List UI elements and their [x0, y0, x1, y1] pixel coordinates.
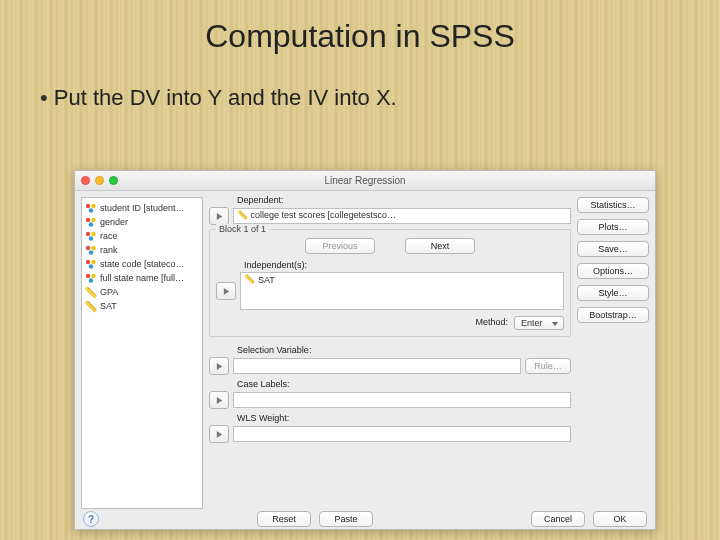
- reset-button[interactable]: Reset: [257, 511, 311, 527]
- list-item[interactable]: 📏GPA: [84, 285, 200, 299]
- var-label: SAT: [100, 301, 117, 311]
- block-label: Block 1 of 1: [216, 224, 269, 234]
- list-item[interactable]: race: [84, 229, 200, 243]
- center-panel: Dependent: 📏 college test scores [colleg…: [203, 191, 577, 509]
- nominal-icon: [85, 202, 97, 214]
- case-labels-field[interactable]: [233, 392, 571, 408]
- var-label: student ID [student…: [100, 203, 185, 213]
- svg-point-17: [89, 278, 93, 282]
- list-item[interactable]: full state name [full…: [84, 271, 200, 285]
- svg-point-2: [89, 208, 93, 212]
- help-button[interactable]: ?: [83, 511, 99, 527]
- save-button[interactable]: Save…: [577, 241, 649, 257]
- list-item[interactable]: rank: [84, 243, 200, 257]
- svg-point-1: [91, 204, 95, 208]
- method-select[interactable]: Enter: [514, 316, 564, 330]
- case-labels-label: Case Labels:: [237, 379, 571, 389]
- svg-point-7: [91, 232, 95, 236]
- variable-list[interactable]: student ID [student… gender race rank st…: [81, 197, 203, 509]
- block-frame: Block 1 of 1 Previous Next Independent(s…: [209, 229, 571, 337]
- move-case-button[interactable]: [209, 391, 229, 409]
- maximize-icon[interactable]: [109, 176, 118, 185]
- method-label: Method:: [475, 317, 508, 327]
- svg-point-8: [89, 236, 93, 240]
- wls-field[interactable]: [233, 426, 571, 442]
- var-label: gender: [100, 217, 128, 227]
- independent-label: Independent(s):: [244, 260, 564, 270]
- scale-icon: 📏: [85, 286, 97, 298]
- var-label: full state name [full…: [100, 273, 184, 283]
- nominal-icon: [85, 216, 97, 228]
- bootstrap-button[interactable]: Bootstrap…: [577, 307, 649, 323]
- svg-point-15: [86, 274, 90, 278]
- previous-button[interactable]: Previous: [305, 238, 375, 254]
- nominal-icon: [85, 272, 97, 284]
- independent-list[interactable]: 📏SAT: [240, 272, 564, 310]
- cancel-button[interactable]: Cancel: [531, 511, 585, 527]
- svg-point-5: [89, 222, 93, 226]
- move-independent-button[interactable]: [216, 282, 236, 300]
- list-item[interactable]: 📏SAT: [84, 299, 200, 313]
- svg-point-11: [89, 250, 93, 254]
- style-button[interactable]: Style…: [577, 285, 649, 301]
- list-item[interactable]: 📏SAT: [241, 273, 563, 286]
- svg-point-0: [86, 204, 90, 208]
- move-selection-button[interactable]: [209, 357, 229, 375]
- svg-point-10: [91, 246, 95, 250]
- var-label: state code [stateco…: [100, 259, 185, 269]
- rule-button[interactable]: Rule…: [525, 358, 571, 374]
- options-button[interactable]: Options…: [577, 263, 649, 279]
- close-icon[interactable]: [81, 176, 90, 185]
- independent-value: SAT: [258, 275, 275, 285]
- linear-regression-dialog: Linear Regression student ID [student… g…: [74, 170, 656, 530]
- dialog-body: student ID [student… gender race rank st…: [75, 191, 655, 509]
- nominal-icon: [85, 244, 97, 256]
- window-controls: [81, 176, 118, 185]
- dependent-label: Dependent:: [237, 195, 571, 205]
- right-button-column: Statistics… Plots… Save… Options… Style……: [577, 191, 655, 509]
- svg-point-4: [91, 218, 95, 222]
- svg-point-12: [86, 260, 90, 264]
- wls-label: WLS Weight:: [237, 413, 571, 423]
- scale-icon: 📏: [237, 210, 248, 221]
- nominal-icon: [85, 258, 97, 270]
- selection-label: Selection Variable:: [237, 345, 571, 355]
- dependent-value: college test scores [collegetestsco…: [251, 210, 397, 220]
- svg-point-14: [89, 264, 93, 268]
- nominal-icon: [85, 230, 97, 242]
- move-wls-button[interactable]: [209, 425, 229, 443]
- paste-button[interactable]: Paste: [319, 511, 373, 527]
- move-dependent-button[interactable]: [209, 207, 229, 225]
- svg-point-3: [86, 218, 90, 222]
- svg-point-6: [86, 232, 90, 236]
- list-item[interactable]: state code [stateco…: [84, 257, 200, 271]
- var-label: rank: [100, 245, 118, 255]
- plots-button[interactable]: Plots…: [577, 219, 649, 235]
- svg-point-16: [91, 274, 95, 278]
- var-label: GPA: [100, 287, 118, 297]
- next-button[interactable]: Next: [405, 238, 475, 254]
- selection-field[interactable]: [233, 358, 521, 374]
- slide-title: Computation in SPSS: [0, 0, 720, 55]
- var-label: race: [100, 231, 118, 241]
- dependent-field[interactable]: 📏 college test scores [collegetestsco…: [233, 208, 571, 224]
- list-item[interactable]: student ID [student…: [84, 201, 200, 215]
- scale-icon: 📏: [244, 274, 255, 285]
- list-item[interactable]: gender: [84, 215, 200, 229]
- scale-icon: 📏: [85, 300, 97, 312]
- statistics-button[interactable]: Statistics…: [577, 197, 649, 213]
- svg-point-13: [91, 260, 95, 264]
- dialog-footer: ? Reset Paste Cancel OK: [75, 509, 655, 529]
- dialog-titlebar: Linear Regression: [75, 171, 655, 191]
- ok-button[interactable]: OK: [593, 511, 647, 527]
- svg-point-9: [86, 246, 90, 250]
- dialog-title: Linear Regression: [324, 175, 405, 186]
- minimize-icon[interactable]: [95, 176, 104, 185]
- slide-bullet: Put the DV into Y and the IV into X.: [0, 55, 720, 111]
